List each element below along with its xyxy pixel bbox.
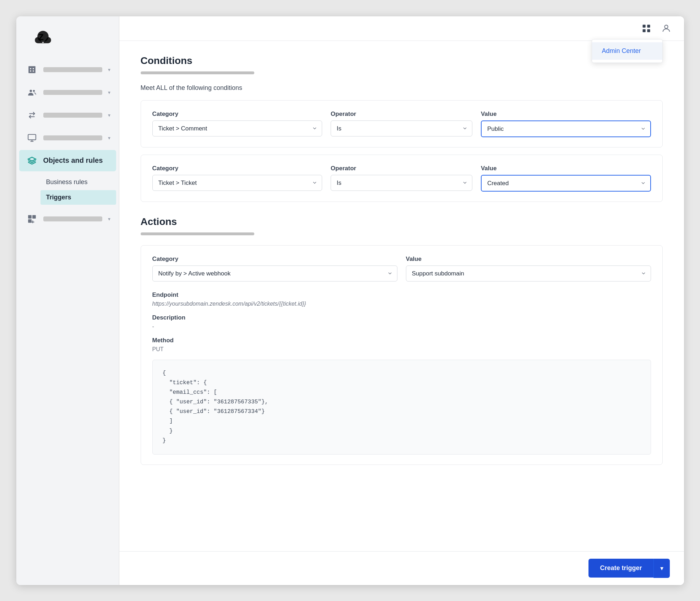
condition-1-value-group: Value Public	[481, 111, 651, 137]
screen-icon	[26, 132, 38, 144]
zendesk-logo: Z	[31, 28, 55, 48]
endpoint-url: https://yoursubdomain.zendesk.com/api/v2…	[152, 301, 651, 307]
svg-rect-20	[642, 29, 645, 32]
svg-rect-4	[30, 70, 31, 71]
method-section: Method PUT	[152, 337, 651, 353]
condition-1-operator-label: Operator	[331, 111, 472, 118]
svg-rect-18	[642, 25, 645, 27]
description-section: Description -	[152, 314, 651, 330]
sidebar-item-objects-rules-label: Objects and rules	[43, 156, 103, 165]
condition-2-operator-select[interactable]: Is	[331, 175, 472, 191]
condition-2-value-label: Value	[481, 165, 651, 172]
sidebar-item-account[interactable]: ▾	[19, 59, 116, 80]
sidebar-item-channels-label	[43, 113, 102, 118]
svg-rect-19	[647, 25, 650, 27]
condition-2-operator-group: Operator Is	[331, 165, 472, 191]
endpoint-label: Endpoint	[152, 291, 651, 299]
sidebar-item-workspace[interactable]: ▾	[19, 127, 116, 149]
actions-section: Actions Category Notify by > Active webh…	[141, 216, 663, 465]
svg-rect-2	[30, 68, 31, 69]
user-avatar-icon[interactable]	[660, 22, 673, 35]
action-category-group: Category Notify by > Active webhook	[152, 256, 397, 281]
chevron-down-icon: ▾	[108, 135, 110, 141]
people-icon	[26, 87, 38, 98]
sidebar-item-people[interactable]: ▾	[19, 82, 116, 103]
svg-rect-3	[33, 68, 34, 69]
conditions-section: Conditions Meet ALL of the following con…	[141, 55, 663, 202]
endpoint-section: Endpoint https://yoursubdomain.zendesk.c…	[152, 291, 651, 307]
action-category-select[interactable]: Notify by > Active webhook	[152, 265, 397, 281]
sub-navigation: Business rules Triggers	[16, 173, 119, 207]
method-label: Method	[152, 337, 651, 344]
chevron-down-icon: ▾	[108, 90, 110, 95]
svg-rect-13	[28, 215, 32, 219]
sidebar-item-account-label	[43, 67, 102, 72]
description-value: -	[152, 323, 651, 330]
condition-2-category-select[interactable]: Ticket > Ticket	[152, 175, 322, 191]
admin-center-link[interactable]: Admin Center	[592, 42, 662, 60]
actions-card: Category Notify by > Active webhook Valu…	[141, 245, 663, 465]
svg-rect-21	[647, 29, 650, 32]
action-value-label: Value	[406, 256, 651, 263]
svg-point-7	[33, 90, 34, 91]
svg-point-22	[664, 25, 668, 28]
svg-text:Z: Z	[38, 32, 43, 42]
sidebar-item-apps[interactable]: ▾	[19, 208, 116, 230]
svg-rect-15	[28, 219, 32, 223]
condition-1-value-select[interactable]: Public	[481, 120, 651, 137]
sidebar-item-workspace-label	[43, 135, 102, 140]
sidebar-sub-item-triggers[interactable]: Triggers	[40, 190, 116, 205]
arrows-icon	[26, 109, 38, 121]
content-body: Conditions Meet ALL of the following con…	[119, 41, 684, 551]
svg-rect-14	[32, 215, 36, 219]
logo: Z	[16, 16, 119, 56]
bottom-bar: Create trigger ▾	[119, 551, 684, 585]
grid-plus-icon	[26, 213, 38, 225]
svg-point-6	[29, 90, 32, 92]
svg-rect-5	[33, 70, 34, 71]
action-value-group: Value Support subdomain	[406, 256, 651, 281]
create-trigger-chevron-button[interactable]: ▾	[653, 559, 670, 578]
sidebar-item-people-label	[43, 90, 102, 95]
svg-rect-1	[28, 66, 36, 73]
sidebar-sub-item-business-rules[interactable]: Business rules	[40, 175, 116, 189]
condition-2-operator-label: Operator	[331, 165, 472, 172]
code-block: { "ticket": { "email_ccs": [ { "user_id"…	[152, 360, 651, 455]
sidebar: Z ▾ ▾	[16, 16, 119, 585]
condition-1-operator-select[interactable]: Is	[331, 120, 472, 136]
condition-1-operator-group: Operator Is	[331, 111, 472, 136]
create-trigger-button[interactable]: Create trigger	[588, 559, 653, 578]
svg-rect-10	[28, 134, 36, 140]
chevron-down-icon: ▾	[108, 67, 110, 73]
sidebar-item-apps-label	[43, 216, 102, 221]
condition-2-category-label: Category	[152, 165, 322, 172]
condition-1-category-group: Category Ticket > Comment	[152, 111, 322, 136]
condition-fields-2: Category Ticket > Ticket Operator Is	[152, 165, 651, 192]
action-category-label: Category	[152, 256, 397, 263]
sidebar-item-channels[interactable]: ▾	[19, 104, 116, 126]
condition-fields-1: Category Ticket > Comment Operator Is	[152, 111, 651, 137]
action-value-select[interactable]: Support subdomain	[406, 265, 651, 281]
main-content: Admin Center Conditions Meet ALL of the …	[119, 16, 684, 585]
action-field-row: Category Notify by > Active webhook Valu…	[152, 256, 651, 281]
topbar: Admin Center	[119, 16, 684, 41]
condition-1-category-select[interactable]: Ticket > Comment	[152, 120, 322, 136]
method-value: PUT	[152, 346, 651, 353]
chevron-down-icon: ▾	[108, 216, 110, 222]
conditions-subtitle: Meet ALL of the following conditions	[141, 84, 663, 92]
chevron-down-icon: ▾	[108, 112, 110, 118]
admin-center-dropdown: Admin Center	[592, 39, 663, 63]
grid-apps-icon[interactable]	[640, 22, 653, 35]
actions-progress-bar	[141, 232, 254, 235]
sidebar-item-objects-rules[interactable]: Objects and rules	[19, 150, 116, 171]
condition-2-category-group: Category Ticket > Ticket	[152, 165, 322, 191]
condition-1-category-label: Category	[152, 111, 322, 118]
conditions-title: Conditions	[141, 55, 663, 66]
objects-icon	[26, 155, 38, 166]
actions-title: Actions	[141, 216, 663, 227]
conditions-progress-bar	[141, 71, 254, 74]
sidebar-navigation: ▾ ▾ ▾	[16, 56, 119, 232]
condition-2-value-group: Value Created	[481, 165, 651, 192]
condition-2-value-select[interactable]: Created	[481, 175, 651, 192]
condition-row-1: Category Ticket > Comment Operator Is	[141, 100, 663, 147]
